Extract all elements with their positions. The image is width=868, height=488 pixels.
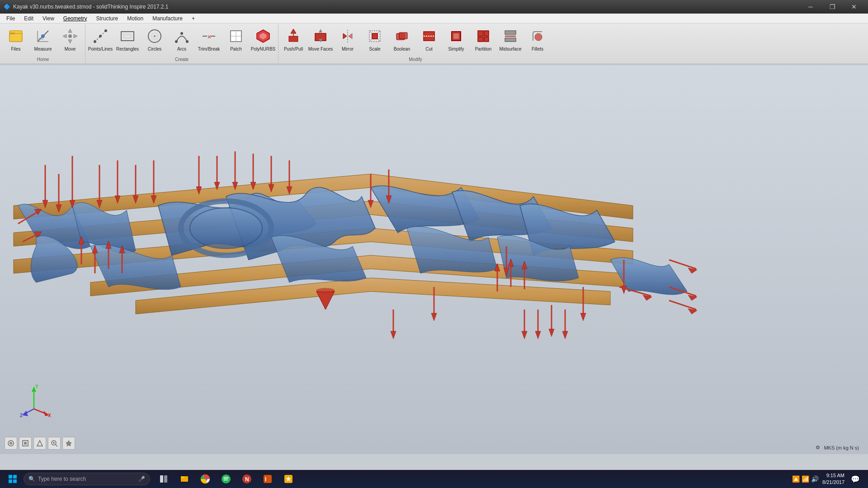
toolbar-btn-mirror[interactable]: Mirror — [335, 24, 361, 56]
view-btn-2[interactable] — [19, 437, 32, 450]
menu-motion[interactable]: Motion — [123, 14, 148, 23]
taskbar-app-4[interactable]: N — [237, 470, 257, 488]
toolbar-btn-points-lines[interactable]: Points/Lines — [87, 24, 113, 56]
svg-rect-164 — [181, 476, 184, 478]
toolbar-btn-trim-break[interactable]: ✕ Trim/Break — [196, 24, 222, 56]
menu-edit[interactable]: Edit — [19, 14, 38, 23]
svg-rect-33 — [289, 36, 298, 42]
taskbar-app-chrome[interactable] — [195, 470, 215, 488]
svg-rect-151 — [24, 442, 27, 445]
search-box[interactable]: 🔍 Type here to search 🎤 — [24, 473, 150, 485]
svg-point-15 — [99, 35, 102, 38]
tray-expand-icon[interactable]: 🔼 — [792, 475, 800, 483]
view-btn-zoom[interactable] — [48, 437, 61, 450]
tray-network-icon[interactable]: 📶 — [802, 475, 809, 483]
svg-point-167 — [222, 474, 231, 483]
toolbar-btn-patch[interactable]: Patch — [223, 24, 249, 56]
toolbar-btn-files[interactable]: Files — [3, 24, 29, 56]
toolbar-btn-arcs[interactable]: Arcs — [169, 24, 195, 56]
svg-rect-158 — [13, 475, 17, 479]
svg-text:N: N — [245, 476, 249, 483]
patch-label: Patch — [230, 47, 242, 52]
svg-rect-18 — [124, 34, 131, 38]
move-faces-label: Move Faces — [308, 47, 333, 52]
toolbar-btn-circles[interactable]: Circles — [142, 24, 168, 56]
minimize-button[interactable]: ─ — [800, 0, 821, 14]
partition-label: Partition — [475, 47, 492, 52]
menu-geometry[interactable]: Geometry — [59, 14, 92, 23]
circles-label: Circles — [148, 47, 162, 52]
units-display: MKS (m kg N s) — [824, 445, 859, 450]
taskbar-app-6[interactable] — [278, 470, 298, 488]
start-button[interactable] — [2, 470, 24, 488]
move-icon — [61, 27, 80, 46]
svg-point-12 — [68, 34, 72, 38]
files-label: Files — [11, 47, 20, 52]
rectangles-label: Rectangles — [116, 47, 139, 52]
boolean-icon — [392, 27, 411, 46]
svg-rect-53 — [484, 31, 489, 36]
toolbar-btn-midsurface[interactable]: Midsurface — [497, 24, 524, 56]
menu-manufacture[interactable]: Manufacture — [148, 14, 187, 23]
svg-marker-11 — [74, 34, 77, 38]
svg-rect-40 — [372, 33, 377, 39]
modify-group-label: Modify — [280, 56, 551, 63]
taskbar-app-task-view[interactable] — [154, 470, 174, 488]
menu-plus[interactable]: + — [187, 14, 199, 23]
toolbar-btn-fillets[interactable]: Fillets — [524, 24, 551, 56]
toolbar: Files cm Measure — [0, 23, 868, 64]
viewport[interactable]: Y X Z ⚙ MKS (m kg N s) — [0, 66, 868, 454]
svg-rect-17 — [121, 32, 134, 41]
svg-text:I: I — [265, 476, 266, 483]
svg-marker-10 — [63, 34, 66, 38]
mirror-label: Mirror — [342, 47, 354, 52]
tray-volume-icon[interactable]: 🔊 — [811, 475, 819, 483]
toolbar-btn-scale[interactable]: Scale — [362, 24, 388, 56]
toolbar-btn-move-faces[interactable]: Move Faces — [307, 24, 334, 56]
window-controls: ─ ❒ ✕ — [800, 0, 864, 14]
svg-rect-55 — [484, 37, 489, 42]
measure-icon: cm — [33, 27, 52, 46]
toolbar-btn-partition[interactable]: Partition — [470, 24, 496, 56]
rectangles-icon — [118, 27, 137, 46]
polynurbs-label: PolyNURBS — [251, 47, 275, 52]
arcs-label: Arcs — [177, 47, 186, 52]
fillets-icon — [528, 27, 547, 46]
taskbar-app-explorer[interactable] — [175, 470, 194, 488]
svg-point-14 — [94, 40, 96, 43]
svg-rect-2 — [9, 33, 15, 34]
toolbar-btn-rectangles[interactable]: Rectangles — [114, 24, 141, 56]
svg-marker-34 — [291, 29, 296, 33]
bottom-toolbar — [5, 437, 75, 450]
menu-file[interactable]: File — [2, 14, 19, 23]
push-pull-label: Push/Pull — [284, 47, 303, 52]
notification-button[interactable]: 💬 — [848, 470, 863, 488]
svg-point-16 — [104, 29, 107, 32]
toolbar-group-modify: Push/Pull Move Faces — [278, 24, 552, 63]
toolbar-btn-move[interactable]: Move — [57, 24, 83, 56]
toolbar-btn-polynurbs[interactable]: PolyNURBS — [250, 24, 276, 56]
menu-structure[interactable]: Structure — [92, 14, 123, 23]
toolbar-btn-boolean[interactable]: Boolean — [389, 24, 415, 56]
toolbar-btn-measure[interactable]: cm Measure — [30, 24, 56, 56]
view-btn-3[interactable] — [33, 437, 46, 450]
toolbar-btn-push-pull[interactable]: Push/Pull — [280, 24, 307, 56]
window-title: Kayak v30.nurbs.tweaked.stmod - solidThi… — [13, 4, 169, 10]
taskbar-app-spotify[interactable] — [216, 470, 236, 488]
svg-rect-162 — [164, 475, 167, 483]
toolbar-btn-simplify[interactable]: Simplify — [443, 24, 469, 56]
menu-view[interactable]: View — [38, 14, 59, 23]
toolbar-btn-cut[interactable]: Cut — [416, 24, 442, 56]
push-pull-icon — [284, 27, 303, 46]
restore-button[interactable]: ❒ — [822, 0, 843, 14]
toolbar-group-create: Points/Lines Rectangles — [85, 24, 278, 63]
svg-line-43 — [377, 31, 380, 33]
simplify-label: Simplify — [448, 47, 464, 52]
view-btn-5[interactable] — [62, 437, 75, 450]
move-label: Move — [65, 47, 75, 52]
circles-icon — [145, 27, 164, 46]
clock[interactable]: 9:15 AM 8/21/2017 — [822, 472, 844, 486]
close-button[interactable]: ✕ — [844, 0, 864, 14]
taskbar-app-inspire[interactable]: I — [258, 470, 278, 488]
view-btn-1[interactable] — [5, 437, 17, 450]
